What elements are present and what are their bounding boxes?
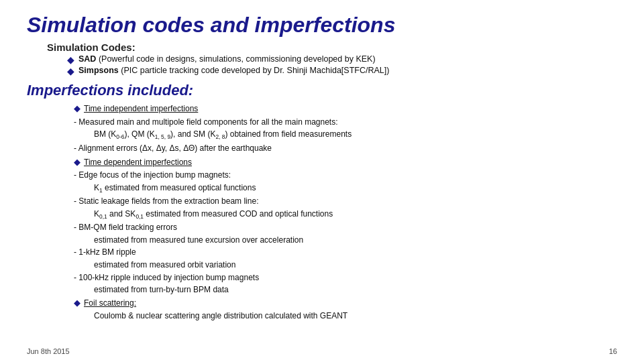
time-dependent-label: Time dependent imperfections [84, 158, 192, 167]
sad-label: SAD [78, 54, 96, 64]
sad-text: (Powerful code in designs, simulations, … [96, 54, 375, 64]
static-leakage-line: - Static leakage fields from the extract… [74, 195, 617, 208]
footer-page: 16 [609, 347, 617, 355]
orbit-variation-line: estimated from measured orbit variation [94, 259, 617, 272]
simpsons-label: Simpsons [78, 66, 119, 75]
foil-scattering-line: ◆ Foil scattering: [74, 296, 617, 310]
diamond-icon: ◆ [67, 54, 74, 65]
edge-focus-line: - Edge focus of the injection bump magne… [74, 169, 617, 182]
alignment-line: - Alignment errors (Δx, Δy, Δs, ΔΘ) afte… [74, 142, 617, 155]
simulation-codes-heading: Simulation Codes: [47, 42, 617, 53]
measured-line: - Measured main and multipole field comp… [74, 116, 617, 129]
simpsons-text: (PIC particle tracking code developed by… [119, 66, 390, 75]
diamond-icon-3: ◆ [74, 102, 80, 115]
k01-line: K0,1 and SK0,1 estimated from measured C… [94, 208, 617, 221]
time-dependent-line: ◆ Time dependent imperfections [74, 156, 617, 169]
geant-line: Coulomb & nuclear scattering angle distr… [94, 310, 617, 322]
bm-qm-tracking-line: - BM-QM field tracking errors [74, 221, 617, 234]
1khz-ripple-line: - 1-kHz BM ripple [74, 246, 617, 259]
k1-line: K1 estimated from measured optical funct… [94, 182, 617, 195]
footer-date: Jun 8th 2015 [27, 347, 70, 355]
sad-bullet: ◆ SAD (Powerful code in designs, simulat… [67, 54, 617, 65]
time-independent-line: ◆ Time independent imperfections [74, 102, 617, 115]
diamond-icon-5: ◆ [74, 296, 80, 310]
main-title: Simulation codes and imperfections [27, 12, 617, 38]
imperfections-heading: Imperfections included: [27, 82, 617, 99]
diamond-icon-2: ◆ [67, 66, 74, 76]
tune-excursion-line: estimated from measured tune excursion o… [94, 234, 617, 247]
diamond-icon-4: ◆ [74, 156, 80, 169]
bpm-data-line: estimated from turn-by-turn BPM data [94, 284, 617, 296]
simpsons-bullet: ◆ Simpsons (PIC particle tracking code d… [67, 66, 617, 76]
content-block: ◆ Time independent imperfections - Measu… [74, 102, 617, 322]
bm-qm-sm-line: BM (K0-6), QM (K1, 5, 9), and SM (K2, 8)… [94, 128, 617, 141]
foil-label: Foil scattering: [84, 298, 136, 308]
slide: Simulation codes and imperfections Simul… [0, 0, 644, 362]
100khz-ripple-line: - 100-kHz ripple induced by injection bu… [74, 272, 617, 284]
time-independent-label: Time independent imperfections [84, 104, 198, 113]
